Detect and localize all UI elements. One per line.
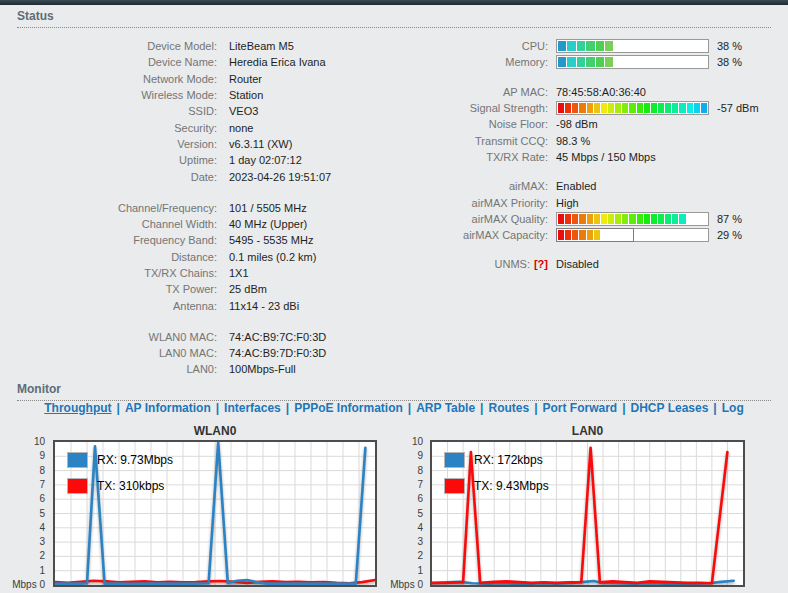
bar-segment (605, 57, 613, 67)
bar-segment (629, 230, 635, 240)
nav-link-ap-information[interactable]: AP Information (125, 401, 211, 415)
status-row: airMAX:Enabled (420, 178, 759, 194)
status-row: Noise Floor:-98 dBm (420, 116, 759, 132)
status-group: CPU:38 %Memory:38 % (420, 38, 759, 71)
bar-segment (671, 57, 679, 67)
nav-link-routes[interactable]: Routes (488, 401, 529, 415)
bar-segment (572, 230, 578, 240)
status-row: airMAX Quality:87 % (420, 211, 759, 227)
status-group: WLAN0 MAC:74:AC:B9:7C:F0:3DLAN0 MAC:74:A… (17, 329, 331, 378)
bar-segment (577, 41, 585, 51)
status-row: Uptime:1 day 02:07:12 (17, 152, 331, 168)
status-left-column: Device Model:LiteBeam M5Device Name:Here… (17, 38, 331, 393)
bar-segment (679, 230, 685, 240)
status-value: 2023-04-26 19:51:07 (229, 171, 331, 183)
status-label-text: Security: (174, 122, 217, 134)
nav-link-pppoe-information[interactable]: PPPoE Information (294, 401, 403, 415)
status-value: v6.3.11 (XW) (229, 138, 292, 150)
status-row: LAN0:100Mbps-Full (17, 361, 331, 377)
bar-segment (652, 57, 660, 67)
y-axis-label: 2 (417, 550, 423, 561)
status-label: Channel Width: (17, 218, 217, 230)
legend-item: TX: 310kbps (67, 478, 173, 494)
legend-label: TX: 310kbps (97, 479, 164, 493)
status-value: 101 / 5505 MHz (229, 202, 307, 214)
bar-segment (586, 57, 594, 67)
unms-help-link[interactable]: [?] (534, 258, 548, 270)
status-value: 100Mbps-Full (229, 363, 296, 375)
bar-segment (596, 57, 604, 67)
bar-segment (680, 57, 688, 67)
y-axis-label: 6 (39, 493, 45, 504)
status-label-text: SSID: (188, 105, 217, 117)
bar-segment (689, 57, 697, 67)
status-value: -98 dBm (556, 118, 598, 130)
nav-link-throughput[interactable]: Throughput (44, 401, 111, 415)
bar-segment (651, 214, 657, 224)
bar-segment (558, 214, 564, 224)
status-row: Wireless Mode:Station (17, 87, 331, 103)
status-label-text: Antenna: (173, 300, 217, 312)
status-label-text: Uptime: (179, 154, 217, 166)
nav-link-interfaces[interactable]: Interfaces (224, 401, 281, 415)
legend-swatch (67, 452, 88, 468)
nav-separator: | (286, 401, 289, 415)
nav-link-port-forward[interactable]: Port Forward (543, 401, 618, 415)
nav-link-log[interactable]: Log (722, 401, 744, 415)
status-label: WLAN0 MAC: (17, 331, 217, 343)
y-axis-label: 4 (417, 522, 423, 533)
bar-segment (701, 103, 707, 113)
nav-separator: | (534, 401, 537, 415)
bar-segment (615, 230, 621, 240)
status-label-text: Distance: (171, 251, 217, 263)
bar-segment (601, 230, 607, 240)
status-label: UNMS:[?] (420, 258, 548, 270)
status-value: Enabled (556, 180, 596, 192)
bar-segment (644, 230, 650, 240)
legend-label: RX: 172kbps (474, 453, 543, 467)
bar-segment (633, 41, 641, 51)
status-group: Device Model:LiteBeam M5Device Name:Here… (17, 38, 331, 185)
status-row: LAN0 MAC:74:AC:B9:7D:F0:3D (17, 345, 331, 361)
bar-segment (694, 214, 700, 224)
status-row: Device Model:LiteBeam M5 (17, 38, 331, 54)
bar-segment (633, 57, 641, 67)
status-row: Signal Strength:-57 dBm (420, 100, 759, 116)
nav-separator: | (480, 401, 483, 415)
bar-segment (680, 41, 688, 51)
y-axis: 10987654321Mbps 0 (0, 442, 51, 585)
top-accent-bar (0, 0, 788, 5)
bar-segment (579, 230, 585, 240)
status-row: Device Name:Heredia Erica Ivana (17, 54, 331, 70)
nav-separator: | (216, 401, 219, 415)
bar-segment (652, 41, 660, 51)
status-label: TX/RX Rate: (420, 151, 548, 163)
nav-link-dhcp-leases[interactable]: DHCP Leases (631, 401, 709, 415)
status-label-text: airMAX Capacity: (463, 229, 548, 241)
bar-segment (608, 103, 614, 113)
bar-segment (624, 57, 632, 67)
status-value: none (229, 122, 253, 134)
bar-segment (672, 230, 678, 240)
legend-swatch (444, 452, 465, 468)
status-label: Date: (17, 171, 217, 183)
lan0-chart: LAN0 10987654321Mbps 0 RX: 172kbpsTX: 9.… (378, 422, 758, 593)
bar-segment (565, 230, 571, 240)
y-axis-label: 7 (39, 479, 45, 490)
legend-item: RX: 172kbps (444, 452, 549, 468)
status-row: Security:none (17, 119, 331, 135)
status-label-text: Noise Floor: (489, 118, 548, 130)
y-axis-label: 1 (417, 565, 423, 576)
legend-swatch (444, 478, 465, 494)
y-axis-label: 4 (39, 522, 45, 533)
status-label-text: LAN0 MAC: (159, 347, 217, 359)
bar-segment (658, 103, 664, 113)
status-value: 1X1 (229, 267, 249, 279)
status-label-text: Channel/Frequency: (118, 202, 217, 214)
status-label: airMAX: (420, 180, 548, 192)
status-label: LAN0: (17, 363, 217, 375)
y-axis: 10987654321Mbps 0 (378, 442, 429, 585)
bar-segment (587, 214, 593, 224)
nav-link-arp-table[interactable]: ARP Table (416, 401, 475, 415)
bar-segment (587, 103, 593, 113)
